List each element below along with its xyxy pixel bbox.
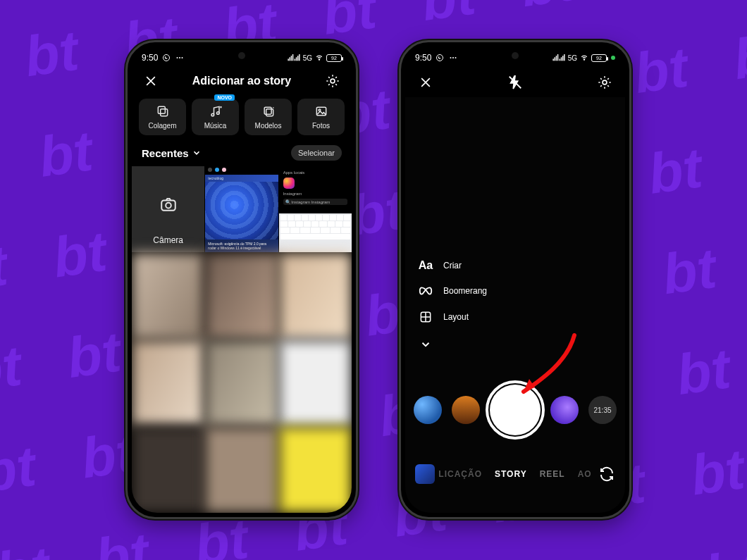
camera-viewfinder[interactable]: Aa Criar Boomerang Layout: [405, 97, 625, 513]
camera-top-bar: [405, 66, 625, 97]
signal-5g-dual-icon: [288, 54, 300, 61]
tab-modelos[interactable]: Modelos: [245, 99, 292, 135]
svg-point-36: [584, 59, 584, 60]
shutter-button[interactable]: [490, 385, 541, 435]
more-status-icon: [175, 54, 185, 62]
svg-rect-9: [296, 57, 297, 61]
gallery-thumb-blurred[interactable]: [132, 253, 204, 339]
filter-lens-3[interactable]: [550, 396, 579, 424]
option-expand[interactable]: [418, 338, 487, 351]
battery-icon: 92: [591, 54, 607, 62]
mode-publicacao[interactable]: LICAÇÃO: [438, 469, 482, 479]
novo-badge: NOVO: [214, 94, 235, 101]
status-network: 5G: [303, 54, 312, 62]
filter-lens-1[interactable]: [414, 396, 442, 424]
open-camera-cell[interactable]: Câmera: [132, 166, 204, 252]
select-multiple-button[interactable]: Selecionar: [291, 145, 342, 161]
option-layout-label: Layout: [443, 312, 469, 322]
svg-rect-6: [290, 56, 291, 61]
option-layout[interactable]: Layout: [418, 310, 487, 324]
status-time: 9:50: [142, 53, 158, 63]
svg-rect-33: [561, 57, 562, 61]
header-title: Adicionar ao story: [192, 75, 291, 87]
gallery-thumb-blurred[interactable]: [205, 427, 278, 513]
svg-rect-29: [554, 57, 555, 61]
lens-4-label: 21:35: [593, 406, 611, 414]
svg-rect-20: [316, 107, 326, 116]
thumb-caption: Microsoft: exigência do TPM 2.0 para rod…: [205, 239, 278, 252]
photos-icon: [314, 104, 328, 118]
svg-point-38: [603, 80, 607, 85]
svg-rect-14: [158, 106, 165, 113]
switch-camera-icon[interactable]: [598, 466, 615, 483]
infinity-icon: [418, 286, 433, 296]
gallery-thumb-blurred[interactable]: [279, 427, 352, 513]
mode-story[interactable]: STORY: [495, 469, 527, 479]
svg-point-23: [166, 203, 171, 209]
svg-rect-28: [552, 58, 553, 61]
svg-point-26: [452, 57, 454, 58]
gallery-thumb-blurred[interactable]: [132, 427, 204, 513]
svg-point-3: [182, 57, 183, 58]
instagram-app-icon: [283, 178, 295, 189]
filter-lens-4[interactable]: 21:35: [588, 396, 617, 424]
filter-lens-2[interactable]: [452, 396, 480, 424]
svg-point-0: [163, 55, 170, 61]
option-criar-label: Criar: [443, 261, 462, 270]
templates-icon: [261, 104, 276, 118]
option-criar[interactable]: Aa Criar: [418, 259, 487, 272]
svg-point-2: [179, 57, 180, 58]
settings-gear-icon[interactable]: [595, 73, 614, 92]
svg-rect-7: [292, 54, 293, 61]
svg-rect-10: [297, 56, 298, 61]
svg-rect-11: [299, 54, 300, 61]
svg-rect-35: [564, 54, 564, 61]
more-status-icon: [448, 54, 458, 62]
gallery-shortcut-thumb[interactable]: [415, 464, 435, 484]
tab-fotos-label: Fotos: [312, 122, 330, 130]
camera-icon: [159, 195, 178, 216]
close-icon[interactable]: [416, 73, 435, 92]
svg-rect-30: [555, 56, 556, 61]
gallery-thumb-blurred[interactable]: [205, 340, 278, 426]
status-bar: 9:50 5G 92: [132, 46, 352, 66]
settings-gear-icon[interactable]: [323, 72, 342, 90]
tab-modelos-label: Modelos: [255, 122, 282, 130]
tab-colagem-label: Colagem: [148, 122, 176, 130]
music-icon: [209, 104, 223, 118]
svg-rect-8: [294, 58, 295, 61]
battery-icon: 92: [326, 54, 342, 62]
status-network: 5G: [568, 54, 577, 62]
mode-reel[interactable]: REEL: [540, 469, 565, 479]
svg-rect-31: [557, 54, 558, 61]
tab-musica[interactable]: NOVO Música: [192, 99, 239, 135]
svg-rect-32: [559, 58, 560, 61]
story-header: Adicionar ao story: [132, 66, 352, 94]
thumb-apps-label: Apps locais: [283, 170, 347, 175]
close-icon[interactable]: [142, 72, 160, 90]
gallery-thumb-blurred[interactable]: [205, 253, 278, 339]
select-label: Selecionar: [298, 149, 335, 157]
tab-colagem[interactable]: Colagem: [139, 99, 186, 135]
mode-ao-vivo[interactable]: AO: [578, 469, 592, 479]
gallery-thumb-blurred[interactable]: [279, 253, 352, 339]
option-boomerang[interactable]: Boomerang: [418, 286, 487, 296]
svg-rect-4: [288, 58, 288, 61]
gallery-thumb-2[interactable]: Apps locais Instagram 🔍 Instagram Instag…: [279, 166, 352, 252]
gallery-thumb-blurred[interactable]: [132, 340, 204, 426]
wifi-icon: [580, 54, 588, 61]
thumb-brand-label: tecnoblog: [205, 175, 278, 182]
recents-label: Recentes: [142, 147, 189, 159]
svg-point-17: [216, 112, 219, 115]
tab-fotos[interactable]: Fotos: [297, 99, 345, 135]
tab-musica-label: Música: [204, 122, 227, 130]
gallery-grid[interactable]: Câmera tecnoblog Microsoft: exigência do…: [132, 166, 352, 513]
collage-icon: [156, 104, 170, 118]
gallery-thumb-1[interactable]: tecnoblog Microsoft: exigência do TPM 2.…: [205, 166, 278, 252]
gallery-thumb-blurred[interactable]: [279, 340, 352, 426]
chevron-down-icon: [192, 148, 202, 158]
flash-off-icon[interactable]: [506, 73, 524, 92]
shutter-row: 21:35: [405, 385, 625, 435]
recents-dropdown[interactable]: Recentes: [142, 147, 202, 159]
chevron-down-icon: [418, 338, 433, 351]
